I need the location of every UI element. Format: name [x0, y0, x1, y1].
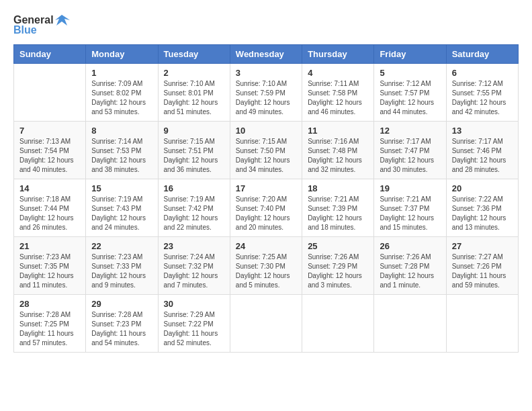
calendar-cell	[374, 295, 446, 353]
day-info: Sunrise: 7:12 AM Sunset: 7:55 PM Dayligh…	[452, 79, 513, 117]
day-info: Sunrise: 7:23 AM Sunset: 7:33 PM Dayligh…	[91, 253, 152, 290]
calendar-cell: 4Sunrise: 7:11 AM Sunset: 7:58 PM Daylig…	[302, 64, 374, 122]
calendar-cell: 29Sunrise: 7:28 AM Sunset: 7:23 PM Dayli…	[86, 295, 158, 353]
day-info: Sunrise: 7:14 AM Sunset: 7:53 PM Dayligh…	[91, 137, 152, 175]
calendar-cell: 21Sunrise: 7:23 AM Sunset: 7:35 PM Dayli…	[14, 237, 86, 295]
calendar-cell: 23Sunrise: 7:24 AM Sunset: 7:32 PM Dayli…	[158, 237, 230, 295]
day-number: 2	[164, 68, 224, 78]
day-number: 5	[380, 68, 440, 78]
day-info: Sunrise: 7:27 AM Sunset: 7:26 PM Dayligh…	[452, 253, 513, 290]
day-number: 12	[380, 126, 440, 136]
calendar-week-row: 7Sunrise: 7:13 AM Sunset: 7:54 PM Daylig…	[14, 122, 519, 179]
weekday-header-tuesday: Tuesday	[158, 45, 230, 64]
day-number: 28	[19, 299, 80, 309]
calendar-cell: 3Sunrise: 7:10 AM Sunset: 7:59 PM Daylig…	[230, 64, 302, 122]
day-info: Sunrise: 7:20 AM Sunset: 7:40 PM Dayligh…	[236, 195, 296, 232]
calendar-cell: 24Sunrise: 7:25 AM Sunset: 7:30 PM Dayli…	[230, 237, 302, 295]
day-info: Sunrise: 7:26 AM Sunset: 7:28 PM Dayligh…	[380, 253, 440, 290]
day-info: Sunrise: 7:24 AM Sunset: 7:32 PM Dayligh…	[164, 253, 224, 290]
day-info: Sunrise: 7:12 AM Sunset: 7:57 PM Dayligh…	[380, 79, 440, 117]
day-number: 1	[91, 68, 152, 78]
weekday-header-monday: Monday	[86, 45, 158, 64]
calendar-cell: 9Sunrise: 7:15 AM Sunset: 7:51 PM Daylig…	[158, 122, 230, 179]
weekday-header-saturday: Saturday	[446, 45, 518, 64]
calendar-week-row: 1Sunrise: 7:09 AM Sunset: 8:02 PM Daylig…	[14, 64, 519, 122]
day-number: 16	[164, 183, 224, 193]
svg-marker-0	[55, 15, 70, 26]
day-number: 13	[452, 126, 513, 136]
day-info: Sunrise: 7:25 AM Sunset: 7:30 PM Dayligh…	[236, 253, 296, 290]
day-number: 24	[236, 241, 296, 251]
calendar-cell	[14, 64, 86, 122]
day-number: 11	[308, 126, 368, 136]
day-number: 23	[164, 241, 224, 251]
weekday-header-sunday: Sunday	[14, 45, 86, 64]
day-info: Sunrise: 7:21 AM Sunset: 7:39 PM Dayligh…	[308, 195, 368, 232]
calendar-week-row: 21Sunrise: 7:23 AM Sunset: 7:35 PM Dayli…	[14, 237, 519, 295]
day-info: Sunrise: 7:23 AM Sunset: 7:35 PM Dayligh…	[19, 253, 80, 290]
calendar-cell: 26Sunrise: 7:26 AM Sunset: 7:28 PM Dayli…	[374, 237, 446, 295]
day-info: Sunrise: 7:15 AM Sunset: 7:51 PM Dayligh…	[164, 137, 224, 175]
day-info: Sunrise: 7:19 AM Sunset: 7:43 PM Dayligh…	[91, 195, 152, 232]
logo: General Blue	[13, 13, 70, 36]
calendar-cell: 19Sunrise: 7:21 AM Sunset: 7:37 PM Dayli…	[374, 179, 446, 237]
day-number: 27	[452, 241, 513, 251]
weekday-header-row: SundayMondayTuesdayWednesdayThursdayFrid…	[14, 45, 519, 64]
calendar-cell: 13Sunrise: 7:17 AM Sunset: 7:46 PM Dayli…	[446, 122, 518, 179]
calendar-cell: 12Sunrise: 7:17 AM Sunset: 7:47 PM Dayli…	[374, 122, 446, 179]
day-number: 30	[164, 299, 224, 309]
day-number: 3	[236, 68, 296, 78]
calendar-cell: 5Sunrise: 7:12 AM Sunset: 7:57 PM Daylig…	[374, 64, 446, 122]
day-info: Sunrise: 7:17 AM Sunset: 7:47 PM Dayligh…	[380, 137, 440, 175]
calendar-cell: 11Sunrise: 7:16 AM Sunset: 7:48 PM Dayli…	[302, 122, 374, 179]
day-info: Sunrise: 7:28 AM Sunset: 7:23 PM Dayligh…	[91, 310, 152, 348]
day-number: 18	[308, 183, 368, 193]
calendar-cell: 27Sunrise: 7:27 AM Sunset: 7:26 PM Dayli…	[446, 237, 518, 295]
day-number: 4	[308, 68, 368, 78]
calendar-cell: 10Sunrise: 7:15 AM Sunset: 7:50 PM Dayli…	[230, 122, 302, 179]
calendar-cell: 28Sunrise: 7:28 AM Sunset: 7:25 PM Dayli…	[14, 295, 86, 353]
day-info: Sunrise: 7:17 AM Sunset: 7:46 PM Dayligh…	[452, 137, 513, 175]
calendar-cell: 14Sunrise: 7:18 AM Sunset: 7:44 PM Dayli…	[14, 179, 86, 237]
logo-blue: Blue	[13, 24, 37, 36]
weekday-header-friday: Friday	[374, 45, 446, 64]
calendar-cell: 15Sunrise: 7:19 AM Sunset: 7:43 PM Dayli…	[86, 179, 158, 237]
calendar-cell	[446, 295, 518, 353]
page-header: General Blue	[13, 13, 519, 36]
calendar-cell: 22Sunrise: 7:23 AM Sunset: 7:33 PM Dayli…	[86, 237, 158, 295]
weekday-header-wednesday: Wednesday	[230, 45, 302, 64]
day-info: Sunrise: 7:11 AM Sunset: 7:58 PM Dayligh…	[308, 79, 368, 117]
day-info: Sunrise: 7:10 AM Sunset: 7:59 PM Dayligh…	[236, 79, 296, 117]
calendar-cell: 20Sunrise: 7:22 AM Sunset: 7:36 PM Dayli…	[446, 179, 518, 237]
day-number: 20	[452, 183, 513, 193]
calendar-week-row: 28Sunrise: 7:28 AM Sunset: 7:25 PM Dayli…	[14, 295, 519, 353]
day-number: 10	[236, 126, 296, 136]
day-number: 25	[308, 241, 368, 251]
logo-bird-icon	[55, 13, 70, 27]
weekday-header-thursday: Thursday	[302, 45, 374, 64]
calendar-cell: 17Sunrise: 7:20 AM Sunset: 7:40 PM Dayli…	[230, 179, 302, 237]
calendar-cell: 2Sunrise: 7:10 AM Sunset: 8:01 PM Daylig…	[158, 64, 230, 122]
day-info: Sunrise: 7:18 AM Sunset: 7:44 PM Dayligh…	[19, 195, 80, 232]
day-info: Sunrise: 7:15 AM Sunset: 7:50 PM Dayligh…	[236, 137, 296, 175]
calendar-cell: 25Sunrise: 7:26 AM Sunset: 7:29 PM Dayli…	[302, 237, 374, 295]
day-number: 19	[380, 183, 440, 193]
day-info: Sunrise: 7:29 AM Sunset: 7:22 PM Dayligh…	[164, 310, 224, 348]
calendar-cell: 1Sunrise: 7:09 AM Sunset: 8:02 PM Daylig…	[86, 64, 158, 122]
day-number: 6	[452, 68, 513, 78]
day-number: 26	[380, 241, 440, 251]
calendar-cell: 6Sunrise: 7:12 AM Sunset: 7:55 PM Daylig…	[446, 64, 518, 122]
day-number: 22	[91, 241, 152, 251]
calendar-cell: 18Sunrise: 7:21 AM Sunset: 7:39 PM Dayli…	[302, 179, 374, 237]
day-info: Sunrise: 7:09 AM Sunset: 8:02 PM Dayligh…	[91, 79, 152, 117]
calendar-cell: 7Sunrise: 7:13 AM Sunset: 7:54 PM Daylig…	[14, 122, 86, 179]
calendar-cell: 30Sunrise: 7:29 AM Sunset: 7:22 PM Dayli…	[158, 295, 230, 353]
day-info: Sunrise: 7:16 AM Sunset: 7:48 PM Dayligh…	[308, 137, 368, 175]
day-number: 7	[19, 126, 80, 136]
day-info: Sunrise: 7:19 AM Sunset: 7:42 PM Dayligh…	[164, 195, 224, 232]
calendar-week-row: 14Sunrise: 7:18 AM Sunset: 7:44 PM Dayli…	[14, 179, 519, 237]
day-number: 9	[164, 126, 224, 136]
day-info: Sunrise: 7:21 AM Sunset: 7:37 PM Dayligh…	[380, 195, 440, 232]
day-number: 8	[91, 126, 152, 136]
day-info: Sunrise: 7:22 AM Sunset: 7:36 PM Dayligh…	[452, 195, 513, 232]
